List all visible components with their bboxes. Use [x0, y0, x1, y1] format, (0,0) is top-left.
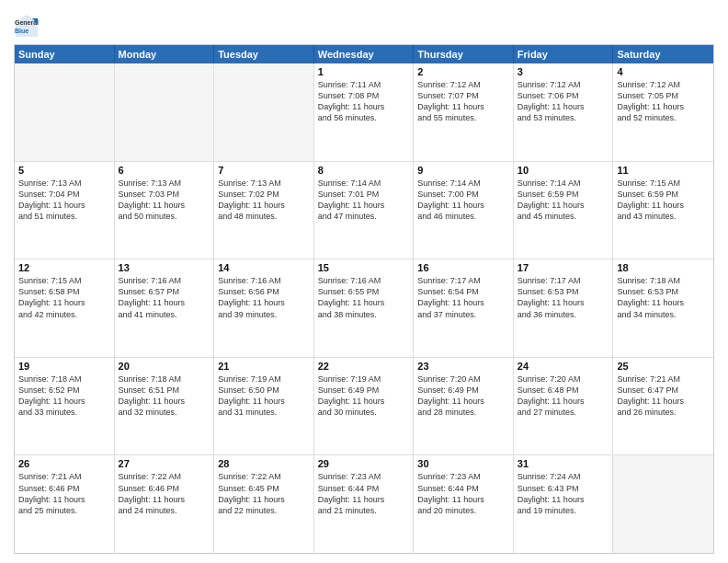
- day-number: 28: [218, 458, 310, 469]
- calendar-cell-3-6: 17Sunrise: 7:17 AM Sunset: 6:53 PM Dayli…: [514, 259, 614, 357]
- col-header-monday: Monday: [115, 45, 215, 63]
- day-number: 29: [318, 458, 410, 469]
- day-number: 9: [417, 165, 509, 176]
- calendar-cell-5-3: 28Sunrise: 7:22 AM Sunset: 6:45 PM Dayli…: [214, 455, 314, 553]
- cell-info: Sunrise: 7:16 AM Sunset: 6:57 PM Dayligh…: [119, 275, 210, 320]
- calendar-cell-1-4: 1Sunrise: 7:11 AM Sunset: 7:08 PM Daylig…: [314, 63, 415, 161]
- calendar-cell-2-5: 9Sunrise: 7:14 AM Sunset: 7:00 PM Daylig…: [414, 162, 514, 259]
- calendar-cell-3-7: 18Sunrise: 7:18 AM Sunset: 6:53 PM Dayli…: [613, 259, 713, 357]
- calendar-cell-2-1: 5Sunrise: 7:13 AM Sunset: 7:04 PM Daylig…: [15, 162, 115, 259]
- calendar-cell-4-1: 19Sunrise: 7:18 AM Sunset: 6:52 PM Dayli…: [15, 358, 115, 455]
- cell-info: Sunrise: 7:13 AM Sunset: 7:02 PM Dayligh…: [218, 178, 310, 223]
- calendar-cell-1-7: 4Sunrise: 7:12 AM Sunset: 7:05 PM Daylig…: [613, 63, 713, 161]
- calendar-cell-4-3: 21Sunrise: 7:19 AM Sunset: 6:50 PM Dayli…: [214, 358, 314, 455]
- day-number: 1: [318, 66, 410, 77]
- col-header-wednesday: Wednesday: [314, 45, 415, 63]
- day-number: 2: [417, 66, 509, 77]
- page: General Blue SundayMondayTuesdayWednesda…: [0, 0, 728, 563]
- calendar-cell-4-7: 25Sunrise: 7:21 AM Sunset: 6:47 PM Dayli…: [613, 358, 713, 455]
- cell-info: Sunrise: 7:17 AM Sunset: 6:54 PM Dayligh…: [417, 275, 509, 320]
- calendar-cell-3-3: 14Sunrise: 7:16 AM Sunset: 6:56 PM Dayli…: [214, 259, 314, 357]
- calendar-cell-4-6: 24Sunrise: 7:20 AM Sunset: 6:48 PM Dayli…: [514, 358, 614, 455]
- col-header-tuesday: Tuesday: [214, 45, 314, 63]
- day-number: 15: [318, 262, 410, 273]
- calendar-cell-5-6: 31Sunrise: 7:24 AM Sunset: 6:43 PM Dayli…: [514, 455, 614, 553]
- svg-text:Blue: Blue: [15, 28, 28, 34]
- day-number: 31: [518, 458, 609, 469]
- cell-info: Sunrise: 7:19 AM Sunset: 6:49 PM Dayligh…: [318, 373, 410, 419]
- day-number: 3: [518, 66, 609, 77]
- calendar-row-5: 26Sunrise: 7:21 AM Sunset: 6:46 PM Dayli…: [15, 455, 713, 553]
- calendar-cell-5-7: [613, 455, 713, 553]
- cell-info: Sunrise: 7:21 AM Sunset: 6:47 PM Dayligh…: [617, 373, 710, 419]
- cell-info: Sunrise: 7:12 AM Sunset: 7:06 PM Dayligh…: [518, 79, 609, 124]
- calendar-row-4: 19Sunrise: 7:18 AM Sunset: 6:52 PM Dayli…: [15, 358, 713, 456]
- calendar-cell-4-4: 22Sunrise: 7:19 AM Sunset: 6:49 PM Dayli…: [314, 358, 415, 455]
- cell-info: Sunrise: 7:12 AM Sunset: 7:05 PM Dayligh…: [617, 79, 710, 124]
- cell-info: Sunrise: 7:12 AM Sunset: 7:07 PM Dayligh…: [417, 79, 509, 124]
- day-number: 18: [617, 262, 710, 273]
- calendar-cell-2-6: 10Sunrise: 7:14 AM Sunset: 6:59 PM Dayli…: [514, 162, 614, 259]
- cell-info: Sunrise: 7:11 AM Sunset: 7:08 PM Dayligh…: [318, 79, 410, 124]
- cell-info: Sunrise: 7:22 AM Sunset: 6:45 PM Dayligh…: [218, 471, 310, 516]
- cell-info: Sunrise: 7:14 AM Sunset: 7:00 PM Dayligh…: [417, 178, 509, 223]
- day-number: 6: [119, 165, 210, 176]
- cell-info: Sunrise: 7:13 AM Sunset: 7:04 PM Dayligh…: [18, 178, 110, 223]
- day-number: 12: [18, 262, 110, 273]
- cell-info: Sunrise: 7:20 AM Sunset: 6:48 PM Dayligh…: [518, 373, 609, 419]
- day-number: 23: [417, 361, 509, 372]
- cell-info: Sunrise: 7:23 AM Sunset: 6:44 PM Dayligh…: [417, 471, 509, 516]
- calendar-row-3: 12Sunrise: 7:15 AM Sunset: 6:58 PM Dayli…: [15, 259, 713, 358]
- calendar-cell-3-2: 13Sunrise: 7:16 AM Sunset: 6:57 PM Dayli…: [115, 259, 215, 357]
- day-number: 13: [119, 262, 210, 273]
- day-number: 10: [518, 165, 609, 176]
- cell-info: Sunrise: 7:23 AM Sunset: 6:44 PM Dayligh…: [318, 471, 410, 516]
- day-number: 25: [617, 361, 710, 372]
- calendar-row-1: 1Sunrise: 7:11 AM Sunset: 7:08 PM Daylig…: [15, 63, 713, 162]
- col-header-saturday: Saturday: [613, 45, 713, 63]
- calendar-row-2: 5Sunrise: 7:13 AM Sunset: 7:04 PM Daylig…: [15, 162, 713, 260]
- calendar-cell-2-2: 6Sunrise: 7:13 AM Sunset: 7:03 PM Daylig…: [115, 162, 215, 259]
- day-number: 26: [18, 458, 110, 469]
- calendar-cell-1-1: [15, 63, 115, 161]
- calendar-cell-2-4: 8Sunrise: 7:14 AM Sunset: 7:01 PM Daylig…: [314, 162, 415, 259]
- header: General Blue: [14, 9, 714, 39]
- day-number: 4: [617, 66, 710, 77]
- calendar-cell-3-5: 16Sunrise: 7:17 AM Sunset: 6:54 PM Dayli…: [414, 259, 514, 357]
- day-number: 21: [218, 361, 310, 372]
- cell-info: Sunrise: 7:16 AM Sunset: 6:56 PM Dayligh…: [218, 275, 310, 320]
- day-number: 11: [617, 165, 710, 176]
- day-number: 5: [18, 165, 110, 176]
- cell-info: Sunrise: 7:24 AM Sunset: 6:43 PM Dayligh…: [518, 471, 609, 516]
- cell-info: Sunrise: 7:18 AM Sunset: 6:52 PM Dayligh…: [18, 373, 110, 419]
- cell-info: Sunrise: 7:20 AM Sunset: 6:49 PM Dayligh…: [417, 373, 509, 419]
- calendar-cell-4-5: 23Sunrise: 7:20 AM Sunset: 6:49 PM Dayli…: [414, 358, 514, 455]
- cell-info: Sunrise: 7:18 AM Sunset: 6:53 PM Dayligh…: [617, 275, 710, 320]
- cell-info: Sunrise: 7:15 AM Sunset: 6:58 PM Dayligh…: [18, 275, 110, 320]
- calendar-cell-2-7: 11Sunrise: 7:15 AM Sunset: 6:59 PM Dayli…: [613, 162, 713, 259]
- col-header-sunday: Sunday: [15, 45, 115, 63]
- calendar-cell-5-4: 29Sunrise: 7:23 AM Sunset: 6:44 PM Dayli…: [314, 455, 415, 553]
- calendar-cell-3-4: 15Sunrise: 7:16 AM Sunset: 6:55 PM Dayli…: [314, 259, 415, 357]
- day-number: 30: [417, 458, 509, 469]
- day-number: 22: [318, 361, 410, 372]
- calendar-cell-1-6: 3Sunrise: 7:12 AM Sunset: 7:06 PM Daylig…: [514, 63, 614, 161]
- day-number: 24: [518, 361, 609, 372]
- calendar-cell-5-5: 30Sunrise: 7:23 AM Sunset: 6:44 PM Dayli…: [414, 455, 514, 553]
- calendar-cell-1-3: [214, 63, 314, 161]
- col-header-thursday: Thursday: [414, 45, 514, 63]
- day-number: 27: [119, 458, 210, 469]
- calendar-cell-2-3: 7Sunrise: 7:13 AM Sunset: 7:02 PM Daylig…: [214, 162, 314, 259]
- cell-info: Sunrise: 7:19 AM Sunset: 6:50 PM Dayligh…: [218, 373, 310, 419]
- calendar-cell-1-5: 2Sunrise: 7:12 AM Sunset: 7:07 PM Daylig…: [414, 63, 514, 161]
- cell-info: Sunrise: 7:22 AM Sunset: 6:46 PM Dayligh…: [119, 471, 210, 516]
- calendar-cell-3-1: 12Sunrise: 7:15 AM Sunset: 6:58 PM Dayli…: [15, 259, 115, 357]
- cell-info: Sunrise: 7:15 AM Sunset: 6:59 PM Dayligh…: [617, 178, 710, 223]
- day-number: 17: [518, 262, 609, 273]
- calendar-cell-5-1: 26Sunrise: 7:21 AM Sunset: 6:46 PM Dayli…: [15, 455, 115, 553]
- cell-info: Sunrise: 7:16 AM Sunset: 6:55 PM Dayligh…: [318, 275, 410, 320]
- day-number: 8: [318, 165, 410, 176]
- cell-info: Sunrise: 7:21 AM Sunset: 6:46 PM Dayligh…: [18, 471, 110, 516]
- cell-info: Sunrise: 7:18 AM Sunset: 6:51 PM Dayligh…: [119, 373, 210, 419]
- calendar: SundayMondayTuesdayWednesdayThursdayFrid…: [14, 44, 714, 554]
